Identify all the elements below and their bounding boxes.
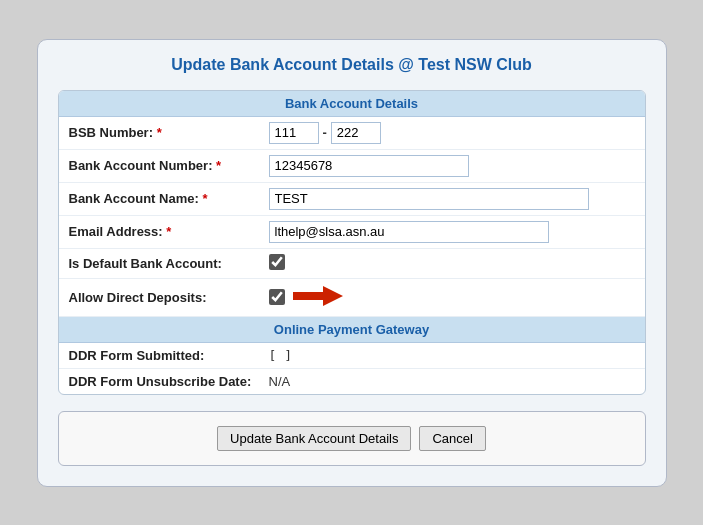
svg-marker-0	[293, 286, 343, 306]
button-panel: Update Bank Account Details Cancel	[58, 411, 646, 466]
ddr-submitted-row: DDR Form Submitted: [ ]	[59, 343, 645, 369]
direct-deposits-field	[269, 284, 635, 311]
email-required: *	[166, 224, 171, 239]
ddr-unsubscribe-label: DDR Form Unsubscribe Date:	[69, 374, 269, 389]
account-name-label: Bank Account Name: *	[69, 191, 269, 206]
bank-details-header: Bank Account Details	[59, 91, 645, 117]
ddr-unsubscribe-value: N/A	[269, 374, 635, 389]
main-container: Update Bank Account Details @ Test NSW C…	[37, 39, 667, 487]
account-number-field	[269, 155, 635, 177]
ddr-submitted-value: [ ]	[269, 348, 635, 363]
email-input[interactable]	[269, 221, 549, 243]
direct-deposits-row: Allow Direct Deposits:	[59, 279, 645, 317]
ddr-submitted-label: DDR Form Submitted:	[69, 348, 269, 363]
default-account-row: Is Default Bank Account:	[59, 249, 645, 279]
update-button[interactable]: Update Bank Account Details	[217, 426, 411, 451]
default-account-checkbox[interactable]	[269, 254, 285, 270]
account-number-label: Bank Account Number: *	[69, 158, 269, 173]
bsb-input-part1[interactable]	[269, 122, 319, 144]
account-name-field	[269, 188, 635, 210]
account-name-input[interactable]	[269, 188, 589, 210]
email-label: Email Address: *	[69, 224, 269, 239]
red-arrow-icon	[293, 284, 343, 311]
account-number-row: Bank Account Number: *	[59, 150, 645, 183]
bsb-row: BSB Number: * -	[59, 117, 645, 150]
email-field	[269, 221, 635, 243]
ddr-unsubscribe-row: DDR Form Unsubscribe Date: N/A	[59, 369, 645, 394]
default-account-label: Is Default Bank Account:	[69, 256, 269, 271]
page-title: Update Bank Account Details @ Test NSW C…	[58, 56, 646, 74]
direct-deposits-label: Allow Direct Deposits:	[69, 290, 269, 305]
account-required: *	[216, 158, 221, 173]
bsb-required: *	[157, 125, 162, 140]
bsb-input-part2[interactable]	[331, 122, 381, 144]
name-required: *	[202, 191, 207, 206]
form-panel: Bank Account Details BSB Number: * - Ban…	[58, 90, 646, 395]
account-number-input[interactable]	[269, 155, 469, 177]
bsb-label: BSB Number: *	[69, 125, 269, 140]
email-row: Email Address: *	[59, 216, 645, 249]
bsb-dash: -	[323, 125, 327, 140]
cancel-button[interactable]: Cancel	[419, 426, 485, 451]
bsb-field: -	[269, 122, 635, 144]
account-name-row: Bank Account Name: *	[59, 183, 645, 216]
direct-deposits-checkbox[interactable]	[269, 289, 285, 305]
default-account-field	[269, 254, 635, 273]
payment-gateway-header: Online Payment Gateway	[59, 317, 645, 343]
